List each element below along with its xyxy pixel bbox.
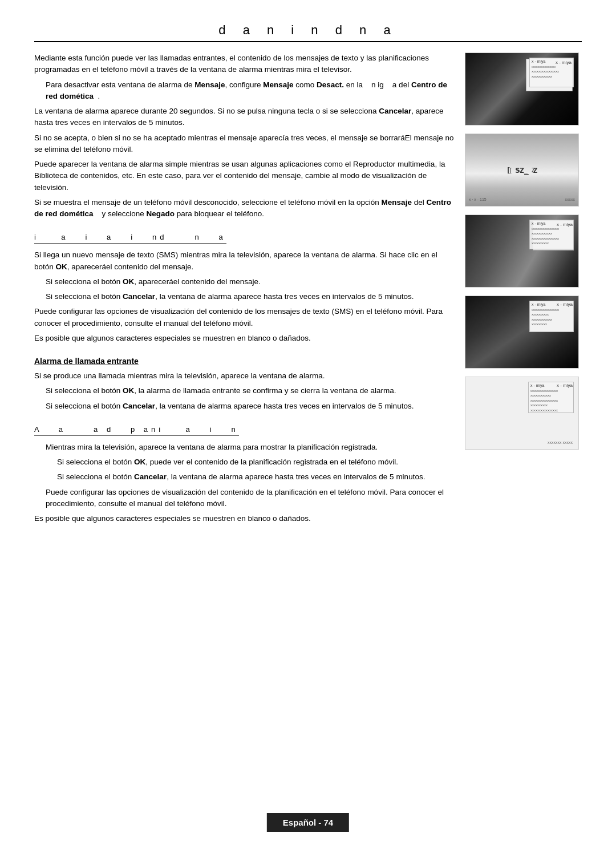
schedule-p2: Si selecciona el botón OK, puede ver el … (57, 456, 456, 468)
footer-badge: Español - 74 (267, 813, 349, 832)
schedule-p3: Si selecciona el botón Cancelar, la vent… (57, 471, 456, 483)
sms-section: i a i a i nd n a Si llega un nuevo mensa… (34, 232, 456, 344)
intro-p1: Mediante esta función puede ver las llam… (34, 52, 456, 76)
section-image-5: x - miya xxxxxxxxxxxxxxxxxxxxxxxxxxxxxxx… (465, 377, 579, 450)
sms-p4: Puede configurar las opciones de visuali… (34, 306, 456, 329)
incoming-call-heading: Alarma de llamada entrante (34, 357, 456, 366)
sms-p1: Si llega un nuevo mensaje de texto (SMS)… (34, 249, 456, 273)
schedule-p5: Es posible que algunos caracteres especi… (34, 513, 456, 524)
intro-p6: Si se muestra el mensaje de un teléfono … (34, 197, 456, 220)
schedule-section: A a a d p ani a i n Mientras mira la tel… (34, 424, 456, 525)
intro-p5: Puede aparecer la ventana de alarma simp… (34, 159, 456, 193)
incoming-call-section: Alarma de llamada entrante Si se produce… (34, 357, 456, 412)
sms-p3: Si selecciona el botón Cancelar, la vent… (46, 291, 456, 302)
sms-heading: i a i a i nd n a (34, 233, 226, 244)
schedule-p1: Mientras mira la televisión, aparece la … (46, 442, 456, 453)
incoming-p2: Si selecciona el botón OK, la alarma de … (46, 385, 456, 397)
section-image-3: x - miya xxxxxxxxxxxxxxxxxxxxxxxxxxxxxxx… (465, 215, 579, 288)
intro-section: Mediante esta función puede ver las llam… (34, 52, 456, 220)
page-title: d a n i n d n a (34, 23, 582, 42)
schedule-heading: A a a d p ani a i n (34, 425, 239, 436)
intro-p4: Si no se acepta, o bien si no se ha acep… (34, 132, 456, 156)
sms-p5: Es posible que algunos caracteres especi… (34, 333, 456, 344)
intro-p3: La ventana de alarma aparece durante 20 … (34, 106, 456, 129)
schedule-p4: Puede configurar las opciones de visuali… (46, 487, 456, 510)
section-image-4: x - miya xxxxxxxxxxxxxxxxxxxxxxxxxxxxxxx… (465, 296, 579, 369)
incoming-p3: Si selecciona el botón Cancelar, la vent… (46, 401, 456, 412)
sms-p2: Si selecciona el botón OK, apareceráel c… (46, 276, 456, 288)
intro-p2: Para desactivar esta ventana de alarma d… (46, 79, 456, 103)
incoming-p1: Si se produce una llamada mientras mira … (34, 370, 456, 382)
section-image-1: x - miya xxxxxxxxxxxxxxxxxxxxxxxxxxxxxxx… (465, 52, 579, 126)
section-image-2: [ SZ_ Z x · x - 115 xxxxx (465, 134, 579, 207)
